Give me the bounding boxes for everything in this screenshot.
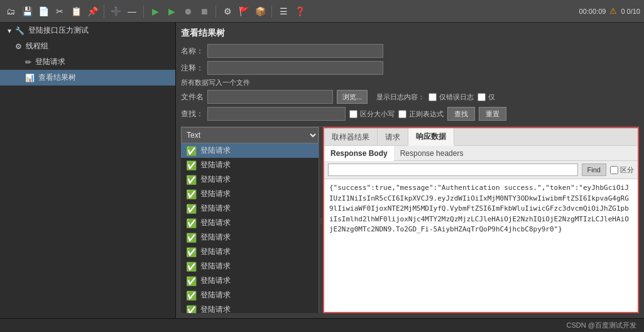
toolbar: 🗂 💾 📄 ✂ 📋 📌 ➕ — ▶ ▶ ⏺ ⏹ ⚙ 🚩 📦 ☰ ❓ 00:00:…: [0, 0, 644, 23]
main-area: ▾ 🔧 登陆接口压力测试 ⚙ 线程组 ✏ 登陆请求 📊 查看结果树 查看结果树 …: [0, 23, 644, 318]
list-item[interactable]: ✅登陆请求: [181, 230, 319, 245]
tab-sampler[interactable]: 取样器结果: [324, 128, 378, 146]
check-icon: ✅: [186, 262, 197, 272]
sidebar-item-result-tree[interactable]: 📊 查看结果树: [0, 70, 175, 86]
icon-line[interactable]: —: [125, 4, 139, 18]
result-tabs: 取样器结果 请求 响应数据: [324, 128, 638, 146]
icon-copy[interactable]: 📋: [69, 4, 83, 18]
list-item[interactable]: ✅登陆请求: [181, 201, 319, 216]
arrow-icon: ▾: [8, 26, 11, 35]
comment-row: 注释：: [181, 61, 639, 75]
name-input[interactable]: [207, 44, 383, 58]
sep1: [104, 5, 104, 18]
list-item[interactable]: ✅登陆请求: [181, 172, 319, 187]
icon-stop[interactable]: ⏺: [181, 4, 195, 18]
icon-flag[interactable]: 🚩: [237, 4, 251, 18]
tab-response[interactable]: 响应数据: [408, 128, 454, 146]
check-icon: ✅: [186, 160, 197, 170]
case-check-input[interactable]: [349, 110, 357, 118]
sidebar: ▾ 🔧 登陆接口压力测试 ⚙ 线程组 ✏ 登陆请求 📊 查看结果树: [0, 23, 176, 318]
check-icon: ✅: [186, 247, 197, 257]
check-icon: ✅: [186, 204, 197, 214]
counter-display: 0 0/10: [621, 8, 640, 15]
icon-open[interactable]: 🗂: [4, 4, 18, 18]
sep4: [271, 5, 272, 18]
list-item[interactable]: ✅登陆请求: [181, 216, 319, 230]
result-search-row: Find 区分: [324, 161, 638, 179]
file-input[interactable]: [207, 90, 333, 104]
warning-icon: ⚠: [609, 6, 617, 16]
log-check2-label[interactable]: 仅: [478, 92, 495, 102]
sub-tab-body[interactable]: Response Body: [324, 146, 394, 161]
result-case-checkbox[interactable]: [610, 166, 618, 174]
icon-help[interactable]: ❓: [293, 4, 307, 18]
result-body[interactable]: {"success":true,"message":"Authenticatio…: [324, 179, 638, 312]
icon-stop2[interactable]: ⏹: [197, 4, 211, 18]
icon-settings[interactable]: ⚙: [221, 4, 234, 18]
icon-box[interactable]: 📦: [253, 4, 267, 18]
footer-text: CSDN @百度测试开发: [567, 321, 636, 330]
log-check1-input[interactable]: [428, 93, 437, 101]
icon-list[interactable]: ☰: [276, 4, 290, 18]
case-check-text: 区分大小写: [360, 109, 395, 119]
log-check2-input[interactable]: [478, 93, 486, 101]
list-item[interactable]: ✅登陆请求: [181, 274, 319, 288]
list-item[interactable]: ✅登陆请求: [181, 158, 319, 172]
footer: CSDN @百度测试开发: [0, 318, 644, 332]
result-sub-tabs: Response Body Response headers: [324, 146, 638, 161]
result-search-input[interactable]: [328, 163, 578, 176]
result-case-text: 区分: [620, 165, 634, 175]
list-item[interactable]: ✅登陆请求: [181, 288, 319, 302]
list-item[interactable]: ✅登陆请求: [181, 245, 319, 259]
regex-check-input[interactable]: [398, 110, 407, 118]
timer-display: 00:00:09: [579, 8, 606, 15]
login-req-label: 登陆请求: [35, 57, 65, 67]
sep2: [143, 5, 144, 18]
icon-paste[interactable]: 📌: [85, 4, 99, 18]
sidebar-root-label: 登陆接口压力测试: [28, 25, 89, 36]
bottom-split: Text ✅登陆请求✅登陆请求✅登陆请求✅登陆请求✅登陆请求✅登陆请求✅登陆请求…: [181, 126, 639, 313]
search-input[interactable]: [207, 107, 346, 121]
find-button[interactable]: 查找: [447, 107, 475, 121]
panel-title: 查看结果树: [181, 28, 639, 39]
icon-run2[interactable]: ▶: [165, 4, 178, 18]
list-panel: Text ✅登陆请求✅登陆请求✅登陆请求✅登陆请求✅登陆请求✅登陆请求✅登陆请求…: [181, 127, 319, 313]
tab-request[interactable]: 请求: [378, 128, 408, 146]
check-icon: ✅: [186, 290, 197, 301]
search-label: 查找：: [181, 109, 204, 119]
check-icon: ✅: [186, 175, 197, 185]
list-item[interactable]: ✅登陆请求: [181, 302, 319, 313]
browse-button[interactable]: 浏览...: [337, 90, 368, 104]
check-icon: ✅: [186, 218, 197, 228]
gear-icon: ⚙: [15, 42, 22, 51]
regex-check-label[interactable]: 正则表达式: [398, 109, 444, 119]
regex-check-text: 正则表达式: [409, 109, 444, 119]
icon-expand[interactable]: ➕: [109, 4, 123, 18]
view-mode-select[interactable]: Text: [181, 127, 319, 143]
check-icon: ✅: [186, 146, 197, 156]
icon-save[interactable]: 💾: [20, 4, 34, 18]
comment-input[interactable]: [207, 61, 383, 75]
case-check-label[interactable]: 区分大小写: [349, 109, 395, 119]
file-section-label: 所有数据写入一个文件: [181, 78, 639, 87]
icon-cut[interactable]: ✂: [53, 4, 67, 18]
icon-new[interactable]: 📄: [36, 4, 50, 18]
list-item[interactable]: ✅登陆请求: [181, 143, 319, 158]
name-row: 名称：: [181, 44, 639, 58]
list-item[interactable]: ✅登陆请求: [181, 187, 319, 201]
result-case-check[interactable]: 区分: [610, 165, 634, 175]
reset-button[interactable]: 重置: [479, 107, 506, 121]
sub-tab-headers[interactable]: Response headers: [394, 146, 470, 161]
sidebar-item-root[interactable]: ▾ 🔧 登陆接口压力测试: [0, 23, 175, 38]
result-panel: 取样器结果 请求 响应数据 Response Body Response hea…: [323, 127, 639, 313]
sidebar-item-login-req[interactable]: ✏ 登陆请求: [0, 54, 175, 70]
log-check2-text: 仅: [488, 92, 495, 102]
icon-run[interactable]: ▶: [148, 4, 162, 18]
result-find-button[interactable]: Find: [582, 163, 606, 176]
log-check1-text: 仅错误日志: [439, 92, 474, 102]
list-item[interactable]: ✅登陆请求: [181, 259, 319, 274]
log-check1-label[interactable]: 仅错误日志: [428, 92, 474, 102]
file-label: 文件名: [181, 92, 204, 102]
sidebar-item-group[interactable]: ⚙ 线程组: [0, 38, 175, 54]
check-icon: ✅: [186, 233, 197, 243]
